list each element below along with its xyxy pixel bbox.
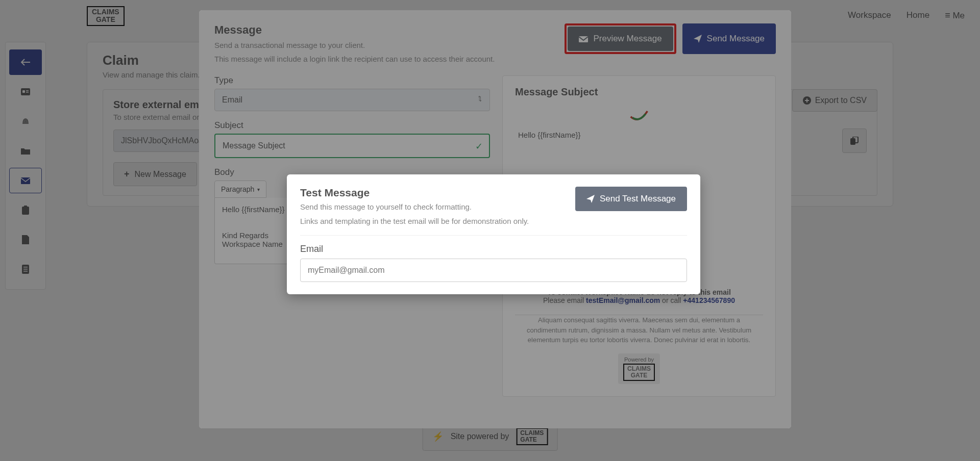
test-popup-title: Test Message — [300, 187, 529, 199]
test-popup-sub2: Links and templating in the test email w… — [300, 216, 529, 227]
paper-plane-icon — [586, 195, 595, 203]
test-popup-sub1: Send this message to yourself to check f… — [300, 201, 529, 213]
test-email-input[interactable] — [300, 259, 687, 282]
send-test-message-button[interactable]: Send Test Message — [575, 187, 687, 211]
test-email-label: Email — [300, 244, 687, 254]
test-message-popup: Test Message Send this message to yourse… — [287, 174, 700, 294]
